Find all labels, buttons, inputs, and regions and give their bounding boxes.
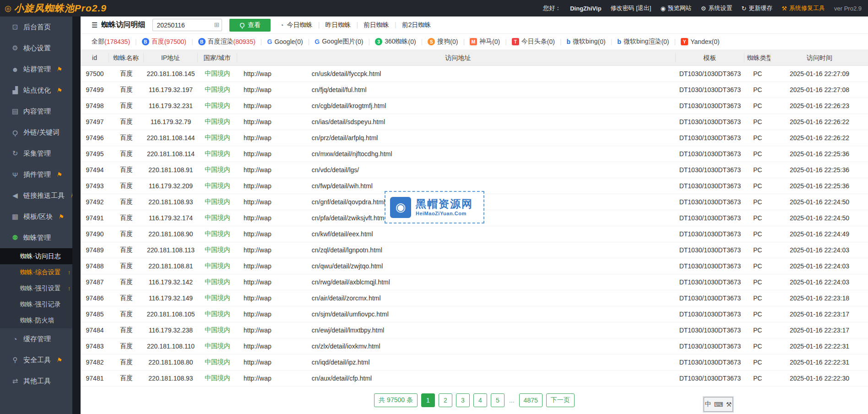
pagination-item[interactable]: 2 — [439, 393, 452, 407]
sidebar-item[interactable]: 蜘蛛·强引记录 — [0, 296, 72, 312]
cell-id: 97497 — [81, 118, 109, 125]
ime-tools-icon[interactable]: ⚒ — [726, 401, 732, 408]
cell-url: http://wapcn/mxw/detail/njftocdhg.html — [237, 150, 676, 158]
quick-date-tab[interactable]: 前日蜘蛛 — [351, 21, 389, 29]
pagination-item[interactable]: 5 — [491, 393, 505, 407]
spider-filter[interactable]: Y Yandex (0) — [669, 38, 720, 45]
quick-date-tab[interactable]: 今日蜘蛛 — [287, 21, 313, 29]
spider-filter[interactable]: 全部 (178435) — [92, 38, 130, 46]
topbar-menu-item[interactable]: ↻ 更新缓存 — [741, 4, 772, 12]
topbar-menu-item[interactable]: ⚒ 系统修复工具 — [781, 4, 825, 12]
cell-template: DT1030/1030DT3673 — [676, 134, 744, 142]
sidebar-item[interactable]: 蜘蛛·访问日志 — [0, 248, 72, 264]
spider-filter[interactable]: B 百度 (97500) — [130, 38, 186, 46]
sidebar-item[interactable]: 蜘蛛·综合设置 ↑ — [0, 264, 72, 280]
sidebar-item[interactable]: Ψ 插件管理 ⚑ — [0, 164, 72, 185]
sidebar-item[interactable]: 蜘蛛·防火墙 — [0, 312, 72, 328]
url-path: cn/qwu/detail/zwjtqo.html — [312, 262, 383, 270]
calendar-icon[interactable]: ⊞ — [214, 21, 220, 28]
sidebar-item[interactable]: ⚙ 核心设置 — [0, 38, 72, 59]
date-input[interactable] — [152, 19, 222, 31]
sidebar-item[interactable]: ↻ 采集管理 — [0, 143, 72, 164]
column-header-spider: 蜘蛛名称 — [109, 53, 144, 62]
pagination-item[interactable]: 4875 — [519, 393, 542, 407]
ime-toolbar[interactable]: 中 ⌨ ⚒ — [704, 397, 733, 412]
view-button[interactable]: Ϙ 查看 — [229, 19, 271, 32]
url-prefix: http://wap — [244, 359, 271, 366]
sidebar-item-label: 蜘蛛·防火墙 — [20, 316, 54, 325]
pagination-item[interactable]: 3 — [456, 393, 470, 407]
sidebar-item[interactable]: ▦ 模板/区块 ⚑ — [0, 206, 72, 227]
sidebar-item[interactable]: ⊡ 后台首页 — [0, 16, 72, 38]
spider-filter[interactable]: B 百度渲染 (80935) — [186, 38, 255, 46]
cell-time: 2025-01-16 22:25:36 — [771, 150, 868, 158]
cell-time: 2025-01-16 22:24:50 — [771, 198, 868, 206]
url-prefix: http://wap — [244, 214, 271, 222]
cell-template: DT1030/1030DT3673 — [676, 86, 744, 93]
url-prefix: http://wap — [244, 166, 271, 174]
cell-time: 2025-01-16 22:24:49 — [771, 230, 868, 238]
pagination-item[interactable]: 4 — [473, 393, 487, 407]
sidebar-item-label: 蜘蛛·访问日志 — [20, 252, 61, 261]
pagination-item[interactable]: ... — [508, 393, 515, 407]
cell-ip: 116.179.32.197 — [144, 86, 198, 93]
spider-filter-count: (0) — [355, 38, 363, 45]
change-password-logout-link[interactable]: 修改密码 [退出] — [611, 4, 651, 12]
cell-ip: 220.181.108.105 — [144, 310, 198, 318]
sidebar-item[interactable]: ▤ 内容管理 — [0, 101, 72, 122]
sidebar-item-label: 站点优化 — [23, 86, 51, 95]
pagination-item[interactable]: 共 97500 条 — [374, 393, 418, 407]
spider-filter[interactable]: M 神马 (0) — [458, 38, 500, 46]
cell-url: http://wapcn/aux/detail/cfp.html — [237, 375, 676, 382]
cell-url: http://wapcn/zlx/detail/ioxkmv.html — [237, 343, 676, 350]
toolbar: ☰ 蜘蛛访问明细 ⊞ Ϙ 查看 ◔ 今日蜘蛛昨日蜘蛛前日蜘蛛前2日蜘蛛 — [81, 16, 868, 34]
spider-filter[interactable]: G Google (0) — [255, 38, 303, 45]
sidebar-item[interactable]: ☻ 站群管理 ⚑ — [0, 59, 72, 80]
ime-language-indicator[interactable]: 中 — [705, 400, 711, 409]
cell-url: http://wapcn/rwg/detail/axblcmqjl.html — [237, 278, 676, 286]
pagination-item[interactable]: 下一页 — [546, 393, 575, 407]
sidebar-item[interactable]: 蜘蛛·强引设置 ↑ — [0, 280, 72, 296]
spider-filter[interactable]: 3 360蜘蛛 (0) — [363, 38, 416, 46]
url-path: cn/gnf/detail/qovpdra.html — [312, 198, 385, 206]
topbar-menu-item[interactable]: ⚙ 系统设置 — [701, 4, 732, 12]
sidebar-item-icon: ▤ — [11, 107, 19, 115]
cell-template: DT1030/1030DT3673 — [676, 294, 744, 302]
pagination-item[interactable]: 1 — [421, 393, 435, 407]
spider-filter-label: 百度渲染 — [208, 38, 233, 46]
spider-engine-icon: B — [142, 38, 149, 45]
topbar-menu-item[interactable]: ◉ 预览网站 — [660, 4, 691, 12]
date-picker: ⊞ — [152, 19, 222, 31]
spider-filter[interactable]: T 今日头条 (0) — [500, 38, 555, 46]
sidebar: ⊡ 后台首页 ⚙ 核心设置 ☻ 站群管理 ⚑ ▟ 站点优化 ⚑ ▤ 内容管理 Ϙ — [0, 16, 72, 414]
table-row: 97499 百度 116.179.32.197 中国境内 http://wapc… — [81, 82, 868, 98]
quick-date-tab[interactable]: 前2日蜘蛛 — [389, 21, 431, 29]
sidebar-item[interactable]: ◀ 链接推送工具 ⚑ — [0, 185, 72, 206]
spider-filter[interactable]: b 微软bing (0) — [555, 38, 606, 46]
redacted-domain-blur — [271, 167, 312, 172]
url-prefix: http://wap — [244, 310, 271, 318]
keyboard-icon[interactable]: ⌨ — [714, 401, 723, 408]
spider-filter[interactable]: S 搜狗 (0) — [416, 38, 458, 46]
sidebar-item[interactable]: Ϙ 外链/关键词 — [0, 122, 72, 143]
username: DingZhiVip — [570, 5, 601, 12]
page-title: ☰ 蜘蛛访问明细 — [92, 20, 145, 30]
url-path: cn/ias/detail/sdspeyu.html — [312, 118, 385, 125]
cell-id: 97486 — [81, 294, 109, 302]
sidebar-item[interactable]: ⚲ 安全工具 ⚑ — [0, 349, 72, 370]
spider-filter[interactable]: G Google图片 (0) — [303, 38, 363, 46]
sidebar-item[interactable]: ◔ 缓存管理 — [0, 328, 72, 349]
cell-spider: 百度 — [109, 326, 144, 334]
cell-url: http://wapcn/zql/detail/lgnpotn.html — [237, 246, 676, 254]
cell-region: 中国境内 — [198, 294, 237, 302]
spider-filter[interactable]: b 微软bing渲染 (0) — [606, 38, 669, 46]
sidebar-item[interactable]: ⚉ 蜘蛛管理 — [0, 227, 72, 248]
quick-date-tab[interactable]: 昨日蜘蛛 — [313, 21, 351, 29]
cell-type: PC — [744, 327, 771, 334]
main-content: ☰ 蜘蛛访问明细 ⊞ Ϙ 查看 ◔ 今日蜘蛛昨日蜘蛛前日蜘蛛前2日蜘蛛 全部 (… — [81, 16, 868, 414]
redacted-domain-blur — [271, 87, 312, 92]
sidebar-item[interactable]: ▟ 站点优化 ⚑ — [0, 80, 72, 101]
cell-region: 中国境内 — [198, 230, 237, 238]
sidebar-item[interactable]: ⇄ 其他工具 — [0, 370, 72, 392]
spider-filter-label: 今日头条 — [521, 38, 547, 46]
